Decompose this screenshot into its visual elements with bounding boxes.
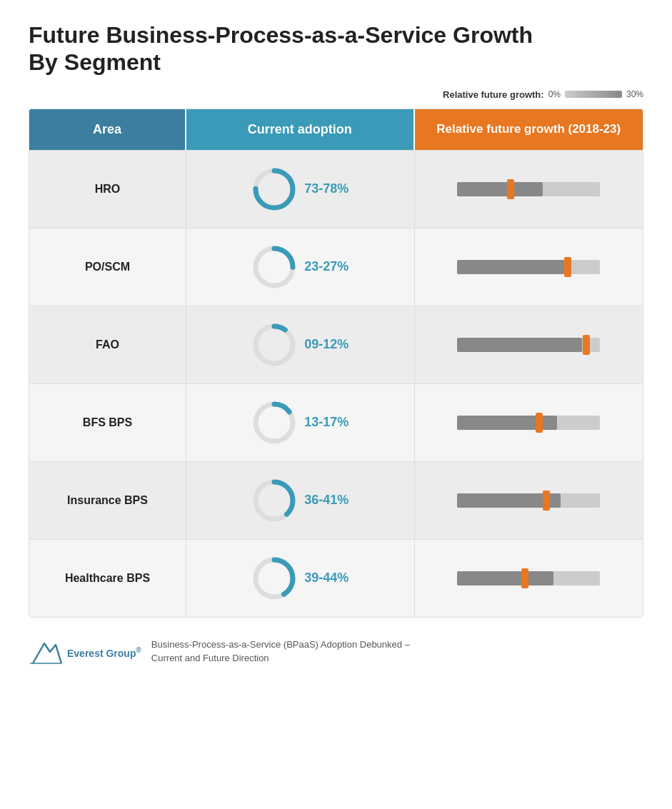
- growth-bar: [457, 182, 600, 196]
- footer-caption: Business-Process-as-a-Service (BPaaS) Ad…: [151, 638, 410, 665]
- donut-chart: [251, 400, 297, 446]
- cell-growth: [415, 306, 643, 383]
- growth-bar: [457, 260, 600, 274]
- growth-marker: [536, 413, 543, 433]
- growth-bar-fill: [457, 571, 553, 586]
- cell-adoption: 13-17%: [186, 384, 415, 461]
- cell-growth: [415, 540, 643, 617]
- growth-bar: [457, 416, 600, 430]
- page-title: Future Business-Process-as-a-Service Gro…: [29, 21, 643, 76]
- brand-logo: Everest Group®: [29, 638, 141, 668]
- donut-chart: [251, 556, 297, 601]
- col-header-area: Area: [29, 109, 186, 150]
- table-row: FAO 09-12%: [29, 306, 643, 383]
- growth-bar-fill: [457, 338, 582, 352]
- cell-adoption: 23-27%: [186, 228, 415, 306]
- cell-area: Insurance BPS: [29, 462, 186, 539]
- table-row: PO/SCM 23-27%: [29, 228, 643, 306]
- adoption-value: 39-44%: [304, 571, 348, 586]
- table-row: HRO 73-78%: [29, 150, 643, 228]
- cell-growth: [415, 228, 643, 306]
- cell-area: PO/SCM: [29, 228, 186, 306]
- cell-adoption: 09-12%: [186, 306, 415, 383]
- growth-marker: [564, 257, 571, 277]
- growth-bar-fill: [457, 182, 543, 196]
- brand-name: Everest Group®: [67, 646, 141, 659]
- adoption-value: 36-41%: [304, 493, 348, 508]
- cell-adoption: 39-44%: [186, 540, 415, 617]
- donut-chart: [251, 478, 297, 523]
- svg-point-4: [256, 326, 293, 363]
- legend-max: 30%: [626, 89, 643, 99]
- growth-marker: [543, 491, 550, 511]
- main-table: Area Current adoption Relative future gr…: [29, 109, 643, 618]
- cell-adoption: 73-78%: [186, 151, 415, 228]
- donut-chart: [251, 166, 297, 212]
- growth-bar: [457, 338, 600, 352]
- growth-bar-fill: [457, 260, 564, 274]
- growth-marker: [507, 179, 514, 199]
- cell-area: BFS BPS: [29, 384, 186, 461]
- legend-label: Relative future growth:: [443, 89, 544, 100]
- table-row: BFS BPS 13-17%: [29, 383, 643, 461]
- col-header-adoption: Current adoption: [186, 109, 415, 150]
- legend: Relative future growth: 0% 30%: [29, 89, 643, 100]
- cell-area: HRO: [29, 151, 186, 228]
- cell-growth: [415, 462, 643, 539]
- adoption-value: 73-78%: [304, 181, 348, 196]
- table-row: Insurance BPS 36-41%: [29, 461, 643, 539]
- growth-marker: [521, 568, 528, 588]
- mountain-icon: [29, 638, 63, 668]
- donut-chart: [251, 322, 297, 368]
- growth-bar: [457, 493, 600, 508]
- growth-bar: [457, 571, 600, 586]
- table-header: Area Current adoption Relative future gr…: [29, 109, 643, 150]
- legend-min: 0%: [548, 89, 561, 99]
- cell-area: Healthcare BPS: [29, 540, 186, 617]
- cell-adoption: 36-41%: [186, 462, 415, 539]
- col-header-growth: Relative future growth (2018-23): [415, 109, 643, 150]
- table-body: HRO 73-78%PO/SCM 23-27%FAO 09-12%BFS BPS…: [29, 150, 643, 617]
- table-row: Healthcare BPS 39-44%: [29, 539, 643, 617]
- cell-growth: [415, 151, 643, 228]
- cell-area: FAO: [29, 306, 186, 383]
- cell-growth: [415, 384, 643, 461]
- growth-marker: [583, 335, 590, 355]
- footer: Everest Group® Business-Process-as-a-Ser…: [29, 638, 643, 668]
- adoption-value: 13-17%: [304, 415, 348, 430]
- adoption-value: 23-27%: [304, 259, 348, 274]
- adoption-value: 09-12%: [304, 337, 348, 352]
- legend-bar: [565, 91, 622, 98]
- donut-chart: [251, 244, 297, 290]
